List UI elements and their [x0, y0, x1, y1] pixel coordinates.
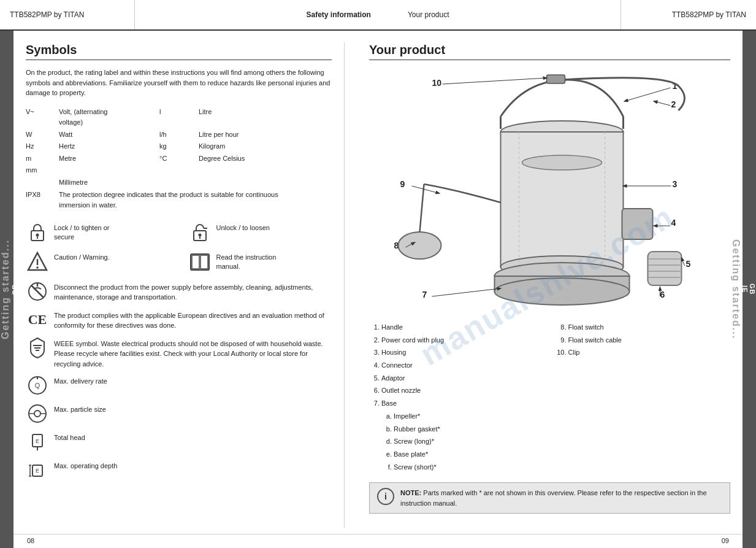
part-4: Connector [381, 360, 544, 371]
abbrev-val-m: Metre [59, 153, 157, 164]
abbrev-val-v: Volt, (alternatingvoltage) [59, 107, 157, 128]
side-label-left: Getting started... GB IE [0, 31, 13, 548]
part-7a: Impeller* [394, 411, 544, 422]
icon-row-lock: Lock / to tighten orsecure [26, 221, 332, 244]
delivery-icon: Q [26, 374, 49, 397]
abbrev-val-ipx8: The protection degree indicates that the… [59, 190, 297, 211]
disconnect-icon [26, 280, 49, 303]
note-content: Parts marked with * are not shown in thi… [400, 489, 707, 507]
header-brand-right: TTB582PMP by TITAN [621, 0, 756, 29]
icons-section: Lock / to tighten orsecure [26, 221, 332, 482]
abbrev-key-v: V~ [26, 107, 56, 128]
svg-rect-57 [648, 252, 682, 285]
particle-icon [26, 402, 49, 425]
icon-row-delivery: Q Max. delivery rate [26, 374, 332, 397]
part-5: Adaptor [381, 372, 544, 384]
icon-row-depth: E Max. operating depth [26, 458, 332, 482]
svg-text:4: 4 [671, 218, 676, 228]
lock-label: Lock / to tighten orsecure [54, 221, 110, 242]
part-7d: Screw (long)* [394, 436, 544, 447]
particle-text: Max. particle size [54, 402, 332, 415]
lock-icon [26, 221, 49, 244]
unlock-label: Unlock / to loosen [216, 221, 270, 233]
symbols-intro: On the product, the rating label and wit… [26, 68, 332, 98]
icon-item-book: Read the instructionmanual. [188, 250, 332, 274]
svg-line-73 [432, 288, 501, 296]
book-icon [188, 250, 212, 274]
abbrev-key-w: W [26, 129, 56, 141]
svg-line-66 [625, 88, 671, 101]
note-icon: i [377, 488, 394, 505]
product-diagram: 10 1 2 9 3 8 4 5 7 6 [369, 68, 730, 313]
svg-point-54 [399, 232, 441, 259]
svg-point-64 [495, 278, 630, 305]
abbrev-val-mm: Millimetre [59, 177, 297, 188]
parts-ol-1: Handle Power cord with plug Housing Conn… [369, 322, 544, 473]
svg-text:3: 3 [673, 179, 678, 189]
part-2: Power cord with plug [381, 334, 544, 346]
note-box: i NOTE: Parts marked with * are not show… [369, 482, 730, 514]
header-brand-left: TTB582PMP by TITAN [0, 0, 135, 29]
getting-started-right: Getting started... [730, 239, 741, 339]
icon-pair-warning-book: Caution / Warning. Read the instructionm… [26, 250, 332, 274]
svg-line-68 [412, 186, 440, 193]
part-7f: Screw (short)* [394, 461, 544, 473]
part-10: Clip [568, 347, 731, 358]
getting-started-left: Getting started... [0, 239, 11, 339]
svg-point-5 [198, 233, 201, 236]
abbrev-key-mm: mm [26, 165, 297, 176]
abbrev-val-kg: Kilogram [199, 141, 297, 152]
svg-point-52 [522, 155, 602, 170]
abbrev-val-hz: Hertz [59, 141, 157, 152]
abbrev-val-w: Watt [59, 129, 157, 141]
product-title: Your product [369, 43, 730, 60]
icon-item-unlock: Unlock / to loosen [188, 221, 332, 244]
ce-icon: CE [26, 308, 49, 331]
abbrev-key-m: m [26, 153, 56, 164]
icon-pair-lock-unlock: Lock / to tighten orsecure [26, 221, 332, 244]
your-product-label: Your product [408, 10, 449, 19]
warning-icon [26, 250, 49, 274]
gb-label-left: GB [11, 284, 18, 295]
svg-point-24 [34, 411, 40, 417]
abbrev-key-c: °C [159, 153, 196, 164]
svg-point-9 [36, 266, 39, 269]
ie-label-right: IE [741, 285, 749, 293]
parts-col-1: Handle Power cord with plug Housing Conn… [369, 322, 544, 474]
right-panel: manualshlve.com Your product 10 1 2 9 3 … [363, 43, 730, 528]
svg-text:9: 9 [400, 179, 405, 189]
icon-row-warning: Caution / Warning. Read the instructionm… [26, 250, 332, 274]
icon-row-particle: Max. particle size [26, 402, 332, 425]
header-center: Safety information Your product [135, 0, 621, 29]
icon-row-weee: WEEE symbol. Waste electrical products s… [26, 336, 332, 369]
header: TTB582PMP by TITAN Safety information Yo… [0, 0, 756, 31]
delivery-text: Max. delivery rate [54, 374, 332, 387]
icon-row-disconnect: Disconnect the product from the power su… [26, 280, 332, 303]
book-label: Read the instructionmanual. [216, 250, 277, 272]
gb-label-right: GB [749, 284, 756, 295]
svg-text:E: E [36, 438, 39, 444]
abbrev-key-lh: l/h [159, 129, 196, 141]
abbrev-key-ipx8: IPX8 [26, 190, 56, 211]
safety-info-label: Safety information [307, 10, 371, 19]
abbrev-val-lh: Litre per hour [199, 129, 297, 141]
abbrev-val-c: Degree Celsius [199, 153, 297, 164]
bottom-bar: 08 09 [0, 534, 756, 547]
svg-text:5: 5 [686, 259, 691, 269]
icon-item-lock: Lock / to tighten orsecure [26, 221, 170, 244]
page-left: 08 [27, 537, 34, 544]
svg-rect-12 [200, 255, 208, 269]
icon-row-ce: CE The product complies with the applica… [26, 308, 332, 331]
part-9: Float switch cable [568, 334, 731, 346]
part-7e: Base plate* [394, 449, 544, 460]
part-3: Housing [381, 347, 544, 358]
page-right: 09 [722, 537, 729, 544]
ce-text: The product complies with the applicable… [54, 308, 332, 331]
abbrev-val-l: Litre [199, 107, 297, 128]
parts-sub-7: Impeller* Rubber gasket* Screw (long)* B… [381, 411, 544, 473]
head-icon: E [26, 430, 49, 453]
brand-right-label: TTB582PMP by TITAN [672, 10, 746, 19]
svg-rect-53 [547, 75, 565, 83]
ie-label-left: IE [18, 285, 26, 293]
left-panel: Symbols On the product, the rating label… [26, 43, 345, 528]
